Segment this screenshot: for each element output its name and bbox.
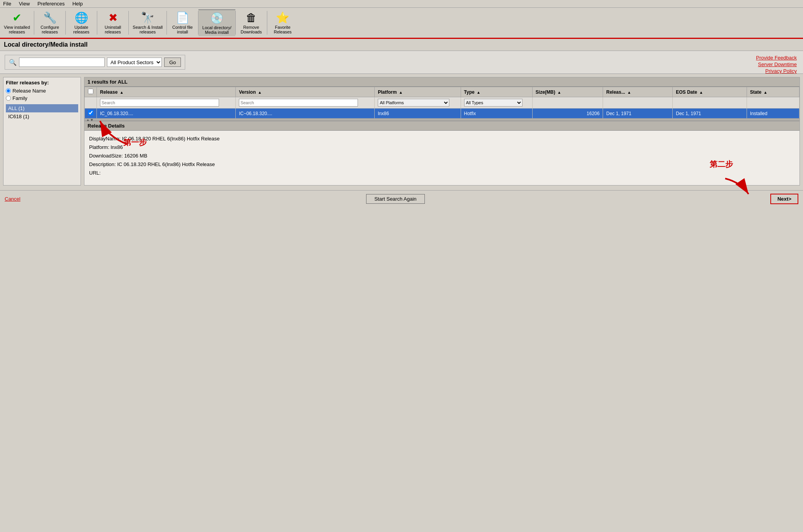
filter-release-name[interactable]: Release Name — [6, 88, 78, 94]
view-installed-label: View installedreleases — [4, 25, 30, 34]
detail-description: Description: IC 06.18.320 RHEL 6(lnx86) … — [89, 160, 795, 169]
favorite-label: FavoriteReleases — [274, 25, 292, 34]
filter-title: Filter releases by: — [6, 80, 78, 86]
uninstall-label: Uninstallreleases — [105, 25, 121, 34]
size-column-header[interactable]: Size(MB) ▲ — [532, 87, 603, 97]
search-install-button[interactable]: 🔭 Search & Installreleases — [129, 9, 167, 36]
row-version: IC~06.18.320.... — [236, 108, 375, 119]
local-dir-button[interactable]: 💿 Local directory/Media install — [198, 9, 235, 36]
control-file-label: Control fileinstall — [172, 25, 193, 34]
detail-platform: Platform: lnx86 — [89, 143, 795, 152]
results-header: 1 results for ALL — [84, 77, 799, 87]
release-column-header[interactable]: Release ▲ — [97, 87, 236, 97]
row-state: Installed — [747, 108, 799, 119]
globe-icon: 🌐 — [75, 11, 88, 24]
x-icon: ✖ — [109, 11, 117, 24]
search-install-label: Search & Installreleases — [133, 25, 163, 34]
row-type: Hotfix — [461, 108, 532, 119]
menu-help[interactable]: Help — [72, 1, 83, 7]
results-table: Release ▲ Version ▲ Platform ▲ Type ▲ Si… — [84, 87, 799, 119]
menu-preferences[interactable]: Preferences — [37, 1, 65, 7]
detail-download-size: DownloadSize: 16206 MB — [89, 152, 795, 160]
type-search-cell[interactable]: All Types Hotfix — [461, 97, 532, 108]
results-panel: 1 results for ALL Release ▲ Version ▲ — [84, 77, 800, 186]
uninstall-releases-button[interactable]: ✖ Uninstallreleases — [97, 9, 128, 36]
table-container: Release ▲ Version ▲ Platform ▲ Type ▲ Si… — [84, 87, 799, 119]
document-icon: 📄 — [176, 11, 189, 24]
state-search-cell — [747, 97, 799, 108]
start-search-again-button[interactable]: Start Search Again — [366, 194, 424, 204]
privacy-policy-link[interactable]: Privacy Policy — [756, 68, 797, 74]
star-icon: ⭐ — [276, 11, 289, 24]
go-button[interactable]: Go — [164, 58, 181, 67]
row-checkbox-cell[interactable] — [85, 108, 97, 119]
control-file-button[interactable]: 📄 Control fileinstall — [167, 9, 198, 36]
menu-file[interactable]: File — [3, 1, 11, 7]
configure-label: Configurereleases — [40, 25, 59, 34]
menu-view[interactable]: View — [19, 1, 30, 7]
state-column-header[interactable]: State ▲ — [747, 87, 799, 97]
row-size: 16206 — [532, 108, 603, 119]
details-header: Release Details — [84, 121, 799, 131]
size-search-cell — [532, 97, 603, 108]
filter-ic618[interactable]: IC618 (1) — [6, 112, 78, 121]
type-column-header[interactable]: Type ▲ — [461, 87, 532, 97]
platform-search-cell[interactable]: All Platforms lnx86 — [375, 97, 461, 108]
table-header-row: Release ▲ Version ▲ Platform ▲ Type ▲ Si… — [85, 87, 799, 97]
next-button[interactable]: Next> — [770, 194, 798, 204]
toolbar: ✔ View installedreleases 🔧 Configurerele… — [0, 8, 803, 39]
trash-icon: 🗑 — [246, 11, 257, 24]
page-title-text: Local directory/Media install — [4, 41, 88, 48]
details-section: Release Details DisplayName: IC 06.18.32… — [84, 121, 799, 185]
version-search-input[interactable] — [239, 99, 358, 107]
server-downtime-link[interactable]: Server Downtime — [756, 61, 797, 67]
release-search-input[interactable] — [100, 99, 219, 107]
select-all-checkbox[interactable] — [88, 89, 93, 94]
search-input[interactable] — [19, 58, 105, 67]
release-date-search-cell — [603, 97, 673, 108]
menubar: File View Preferences Help — [0, 0, 803, 8]
platform-column-header[interactable]: Platform ▲ — [375, 87, 461, 97]
search-row-checkbox — [85, 97, 97, 108]
update-releases-button[interactable]: 🌐 Updatereleases — [66, 9, 97, 36]
dvd-icon: 💿 — [210, 12, 224, 24]
favorite-releases-button[interactable]: ⭐ FavoriteReleases — [267, 9, 298, 36]
remove-downloads-label: RemoveDownloads — [240, 25, 261, 34]
row-checkbox[interactable] — [88, 110, 93, 116]
cancel-link[interactable]: Cancel — [5, 196, 20, 202]
version-column-header[interactable]: Version ▲ — [236, 87, 375, 97]
release-date-column-header[interactable]: Releas... ▲ — [603, 87, 673, 97]
row-release: IC_06.18.320.... — [97, 108, 236, 119]
configure-releases-button[interactable]: 🔧 Configurereleases — [34, 9, 65, 36]
eos-date-column-header[interactable]: EOS Date ▲ — [673, 87, 747, 97]
version-search-cell[interactable] — [236, 97, 375, 108]
family-label: Family — [12, 95, 27, 101]
release-search-cell[interactable] — [97, 97, 236, 108]
table-row[interactable]: IC_06.18.320.... IC~06.18.320.... lnx86 … — [85, 108, 799, 119]
detail-display-name: DisplayName: IC 06.18.320 RHEL 6(lnx86) … — [89, 135, 795, 143]
provide-feedback-link[interactable]: Provide Feedback — [756, 55, 797, 61]
filter-list: ALL (1) IC618 (1) — [6, 104, 78, 121]
update-label: Updatereleases — [73, 25, 89, 34]
local-dir-label: Local directory/Media install — [202, 25, 231, 35]
page-title: Local directory/Media install — [0, 39, 803, 51]
type-filter-select[interactable]: All Types Hotfix — [464, 99, 522, 107]
remove-downloads-button[interactable]: 🗑 RemoveDownloads — [236, 9, 267, 36]
platform-filter-select[interactable]: All Platforms lnx86 — [378, 99, 449, 107]
table-search-row: All Platforms lnx86 All Types Hotfix — [85, 97, 799, 108]
checkbox-header[interactable] — [85, 87, 97, 97]
view-installed-button[interactable]: ✔ View installedreleases — [0, 9, 34, 36]
row-release-date: Dec 1, 1971 — [603, 108, 673, 119]
detail-url: URL: — [89, 169, 795, 177]
bottom-bar: Cancel Start Search Again Next> — [0, 190, 803, 207]
filter-family[interactable]: Family — [6, 95, 78, 101]
row-eos-date: Dec 1, 1971 — [673, 108, 747, 119]
search-icon: 🔍 — [9, 59, 17, 66]
filter-all[interactable]: ALL (1) — [6, 104, 78, 112]
filter-panel: Filter releases by: Release Name Family … — [3, 77, 81, 186]
product-sector-select[interactable]: All Product Sectors Sector A — [107, 58, 162, 67]
release-name-label: Release Name — [12, 88, 46, 94]
release-name-radio[interactable] — [6, 88, 11, 93]
right-links: Provide Feedback Server Downtime Privacy… — [756, 55, 797, 74]
family-radio[interactable] — [6, 96, 11, 101]
